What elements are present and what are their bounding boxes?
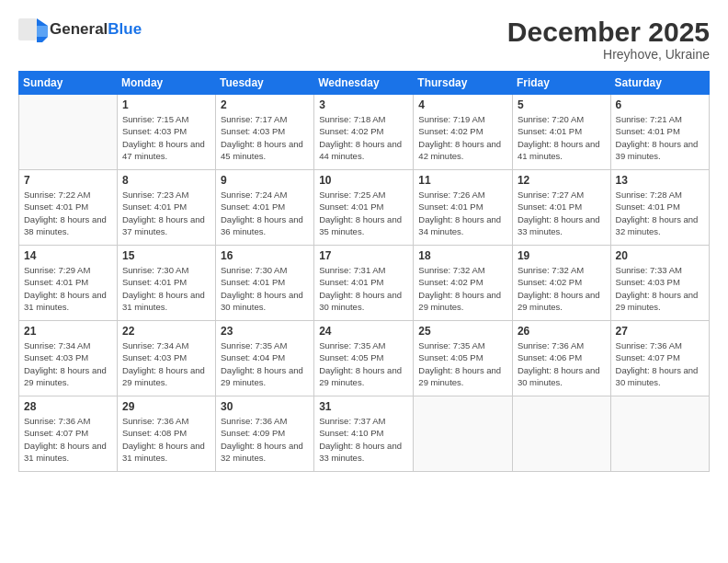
day-info: Sunrise: 7:35 AM Sunset: 4:04 PM Dayligh… [221,339,309,388]
day-info: Sunrise: 7:32 AM Sunset: 4:02 PM Dayligh… [518,264,606,313]
sunset-text: Sunset: 4:01 PM [518,201,582,212]
sunrise-text: Sunrise: 7:30 AM [122,265,188,275]
day-info: Sunrise: 7:35 AM Sunset: 4:05 PM Dayligh… [319,339,408,388]
daylight-text: Daylight: 8 hours and 39 minutes. [616,139,699,161]
daylight-text: Daylight: 8 hours and 47 minutes. [122,139,205,161]
sunrise-text: Sunrise: 7:36 AM [122,416,188,426]
daylight-text: Daylight: 8 hours and 44 minutes. [319,139,402,161]
table-row [512,396,610,472]
day-info: Sunrise: 7:19 AM Sunset: 4:02 PM Dayligh… [418,113,507,162]
sunrise-text: Sunrise: 7:27 AM [518,190,584,200]
sunrise-text: Sunrise: 7:18 AM [319,114,385,124]
table-row: 7 Sunrise: 7:22 AM Sunset: 4:01 PM Dayli… [19,170,118,246]
sunset-text: Sunset: 4:01 PM [616,126,680,136]
daylight-text: Daylight: 8 hours and 32 minutes. [221,441,303,463]
sunrise-text: Sunrise: 7:35 AM [418,340,484,350]
sunset-text: Sunset: 4:07 PM [24,428,88,438]
table-row: 31 Sunrise: 7:37 AM Sunset: 4:10 PM Dayl… [314,396,414,472]
day-info: Sunrise: 7:27 AM Sunset: 4:01 PM Dayligh… [518,189,606,237]
sunrise-text: Sunrise: 7:35 AM [221,340,287,350]
day-info: Sunrise: 7:18 AM Sunset: 4:02 PM Dayligh… [319,113,408,162]
sunrise-text: Sunrise: 7:20 AM [518,114,584,124]
daylight-text: Daylight: 8 hours and 38 minutes. [24,214,107,236]
day-number: 26 [518,325,606,338]
table-row: 28 Sunrise: 7:36 AM Sunset: 4:07 PM Dayl… [19,396,118,472]
table-row: 3 Sunrise: 7:18 AM Sunset: 4:02 PM Dayli… [314,95,414,170]
header-thursday: Thursday [414,72,513,95]
calendar-table: Sunday Monday Tuesday Wednesday Thursday… [18,71,710,472]
daylight-text: Daylight: 8 hours and 36 minutes. [221,214,303,236]
day-info: Sunrise: 7:30 AM Sunset: 4:01 PM Dayligh… [221,264,309,313]
day-number: 17 [319,249,408,262]
calendar-week-row: 28 Sunrise: 7:36 AM Sunset: 4:07 PM Dayl… [19,396,710,472]
header-saturday: Saturday [610,72,709,95]
table-row: 8 Sunrise: 7:23 AM Sunset: 4:01 PM Dayli… [117,170,215,246]
sunrise-text: Sunrise: 7:33 AM [616,265,682,275]
table-row: 27 Sunrise: 7:36 AM Sunset: 4:07 PM Dayl… [610,321,709,396]
sunset-text: Sunset: 4:09 PM [221,428,285,438]
table-row: 4 Sunrise: 7:19 AM Sunset: 4:02 PM Dayli… [414,95,513,170]
day-number: 19 [518,249,606,262]
sunset-text: Sunset: 4:01 PM [319,277,383,287]
daylight-text: Daylight: 8 hours and 32 minutes. [616,214,699,236]
daylight-text: Daylight: 8 hours and 29 minutes. [221,365,303,387]
daylight-text: Daylight: 8 hours and 30 minutes. [319,290,402,312]
sunrise-text: Sunrise: 7:22 AM [24,190,90,200]
sunset-text: Sunset: 4:03 PM [221,126,285,136]
day-number: 9 [221,174,309,187]
table-row: 16 Sunrise: 7:30 AM Sunset: 4:01 PM Dayl… [216,246,314,321]
day-info: Sunrise: 7:34 AM Sunset: 4:03 PM Dayligh… [122,339,210,388]
svg-marker-1 [37,18,48,26]
sunset-text: Sunset: 4:01 PM [221,201,285,212]
sunset-text: Sunset: 4:01 PM [518,126,582,136]
sunset-text: Sunset: 4:01 PM [24,277,88,287]
svg-rect-0 [18,18,37,40]
logo: GeneralBlue [18,17,142,42]
sunset-text: Sunset: 4:10 PM [319,428,383,438]
sunset-text: Sunset: 4:02 PM [418,126,483,136]
sunrise-text: Sunrise: 7:25 AM [319,190,385,200]
sunset-text: Sunset: 4:01 PM [24,201,88,212]
day-info: Sunrise: 7:36 AM Sunset: 4:08 PM Dayligh… [122,415,210,464]
sunset-text: Sunset: 4:02 PM [418,277,483,287]
day-number: 4 [418,98,507,111]
daylight-text: Daylight: 8 hours and 29 minutes. [319,365,402,387]
sunset-text: Sunset: 4:03 PM [122,126,187,136]
day-number: 1 [122,98,210,111]
table-row: 30 Sunrise: 7:36 AM Sunset: 4:09 PM Dayl… [216,396,314,472]
daylight-text: Daylight: 8 hours and 31 minutes. [122,441,205,463]
day-info: Sunrise: 7:30 AM Sunset: 4:01 PM Dayligh… [122,264,210,313]
sunrise-text: Sunrise: 7:30 AM [221,265,287,275]
sunrise-text: Sunrise: 7:29 AM [24,265,90,275]
table-row: 1 Sunrise: 7:15 AM Sunset: 4:03 PM Dayli… [117,95,215,170]
table-row: 18 Sunrise: 7:32 AM Sunset: 4:02 PM Dayl… [414,246,513,321]
table-row [414,396,513,472]
sunrise-text: Sunrise: 7:21 AM [616,114,682,124]
logo-icon [18,17,48,42]
logo-blue-text: Blue [108,20,142,38]
table-row: 26 Sunrise: 7:36 AM Sunset: 4:06 PM Dayl… [512,321,610,396]
day-info: Sunrise: 7:21 AM Sunset: 4:01 PM Dayligh… [616,113,704,162]
sunset-text: Sunset: 4:01 PM [319,201,383,212]
sunset-text: Sunset: 4:04 PM [221,352,285,362]
day-number: 6 [616,98,704,111]
sunrise-text: Sunrise: 7:36 AM [518,340,584,350]
sunset-text: Sunset: 4:02 PM [319,126,383,136]
header-tuesday: Tuesday [216,72,314,95]
daylight-text: Daylight: 8 hours and 33 minutes. [518,214,600,236]
calendar-week-row: 7 Sunrise: 7:22 AM Sunset: 4:01 PM Dayli… [19,170,710,246]
sunrise-text: Sunrise: 7:15 AM [122,114,188,124]
sunrise-text: Sunrise: 7:34 AM [24,340,90,350]
sunrise-text: Sunrise: 7:36 AM [221,416,287,426]
table-row: 22 Sunrise: 7:34 AM Sunset: 4:03 PM Dayl… [117,321,215,396]
table-row: 11 Sunrise: 7:26 AM Sunset: 4:01 PM Dayl… [414,170,513,246]
day-info: Sunrise: 7:32 AM Sunset: 4:02 PM Dayligh… [418,264,507,313]
day-info: Sunrise: 7:24 AM Sunset: 4:01 PM Dayligh… [221,189,309,237]
sunrise-text: Sunrise: 7:36 AM [616,340,682,350]
table-row: 12 Sunrise: 7:27 AM Sunset: 4:01 PM Dayl… [512,170,610,246]
daylight-text: Daylight: 8 hours and 33 minutes. [319,441,402,463]
day-info: Sunrise: 7:37 AM Sunset: 4:10 PM Dayligh… [319,415,408,464]
day-info: Sunrise: 7:34 AM Sunset: 4:03 PM Dayligh… [24,339,112,388]
daylight-text: Daylight: 8 hours and 29 minutes. [24,365,107,387]
day-number: 5 [518,98,606,111]
